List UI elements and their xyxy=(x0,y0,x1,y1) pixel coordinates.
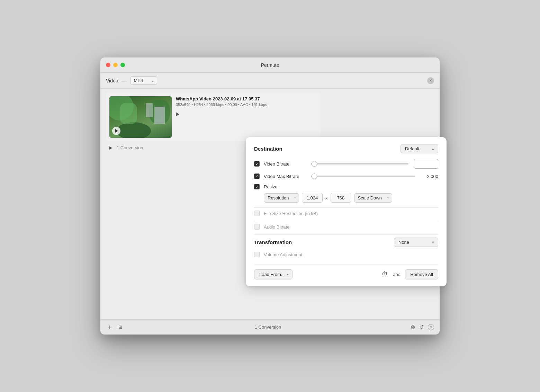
video-max-bitrate-row: ✓ Video Max Bitrate 2,000 xyxy=(254,173,438,179)
resolution-height-input[interactable] xyxy=(331,193,351,203)
stop-button[interactable]: ⊗ xyxy=(411,324,415,330)
add-button[interactable]: + xyxy=(106,323,114,331)
divider-2 xyxy=(254,221,438,221)
transformation-section: Transformation None Rotate 90° Rotate 18… xyxy=(254,238,438,247)
volume-adjustment-checkbox[interactable] xyxy=(254,252,260,257)
resize-controls: Resolution 720p 1080p 4K x Scale Down Sc… xyxy=(254,193,438,203)
checkmark-icon: ✓ xyxy=(255,162,259,166)
video-info: WhatsApp Video 2023-02-09 at 17.05.37 35… xyxy=(176,96,317,118)
video-bitrate-checkbox[interactable]: ✓ xyxy=(254,161,260,167)
video-max-bitrate-slider[interactable] xyxy=(311,176,415,177)
remove-all-label: Remove All xyxy=(410,272,433,277)
toolbar-close-button[interactable]: ✕ xyxy=(427,77,434,84)
bottom-conversion-count: 1 Conversion xyxy=(125,324,411,330)
play-icon-small: ▶ xyxy=(109,145,112,150)
minimize-button[interactable] xyxy=(113,63,118,67)
history-button[interactable]: ↺ xyxy=(419,324,424,330)
transformation-title: Transformation xyxy=(254,239,292,245)
destination-title: Destination xyxy=(254,146,282,152)
none-select-wrapper: None Rotate 90° Rotate 180° Flip Horizon… xyxy=(394,238,438,247)
video-bitrate-input[interactable] xyxy=(414,159,438,169)
conversion-count-label: 1 Conversion xyxy=(255,324,281,330)
close-icon: ✕ xyxy=(429,79,432,82)
video-thumbnail xyxy=(109,96,172,138)
file-size-row: File Size Restriction (in kB) xyxy=(254,211,438,216)
volume-adjustment-row: Volume Adjustment xyxy=(254,252,438,257)
window-title: Permute xyxy=(261,62,279,68)
video-title: WhatsApp Video 2023-02-09 at 17.05.37 xyxy=(176,96,317,101)
close-button[interactable] xyxy=(106,63,110,67)
media-button[interactable]: ⊞ xyxy=(115,323,125,331)
maximize-button[interactable] xyxy=(120,63,125,67)
clock-icon: ⏱ xyxy=(382,271,388,278)
video-max-bitrate-checkbox[interactable]: ✓ xyxy=(254,173,260,179)
video-bitrate-thumb[interactable] xyxy=(312,161,317,167)
video-max-bitrate-value: 2,000 xyxy=(421,174,438,179)
file-size-label: File Size Restriction (in kB) xyxy=(264,211,318,216)
load-from-label: Load From... xyxy=(259,272,285,277)
history-icon: ↺ xyxy=(419,324,424,330)
audio-bitrate-checkbox[interactable] xyxy=(254,224,260,230)
format-select-wrapper: MP4 MOV AVI MKV WebM xyxy=(130,76,157,85)
toolbar-dash: — xyxy=(122,78,127,83)
footer-right: ⏱ abc Remove All xyxy=(382,269,438,279)
destination-select[interactable]: Default Desktop Downloads Custom... xyxy=(400,144,438,153)
resize-checkbox[interactable]: ✓ xyxy=(254,184,260,189)
abc-label[interactable]: abc xyxy=(393,272,400,277)
remove-all-button[interactable]: Remove All xyxy=(405,269,438,279)
volume-adjustment-label: Volume Adjustment xyxy=(264,252,302,257)
stop-icon: ⊗ xyxy=(411,324,415,330)
video-play-button[interactable]: ▶ xyxy=(109,145,112,150)
video-max-bitrate-label: Video Max Bitrate xyxy=(264,174,305,179)
divider-1 xyxy=(254,207,438,208)
play-button[interactable] xyxy=(176,112,179,116)
play-icon xyxy=(176,112,179,116)
main-window: Permute Video — MP4 MOV AVI MKV WebM ✕ xyxy=(100,57,440,335)
dropdown-arrow-icon: ▾ xyxy=(287,273,289,276)
video-meta: 352x640 • H264 • 2033 kbps • 00:03 • AAC… xyxy=(176,103,317,107)
transformation-select[interactable]: None Rotate 90° Rotate 180° Flip Horizon… xyxy=(394,238,438,247)
play-icon xyxy=(115,129,118,133)
resolution-x-label: x xyxy=(325,195,328,201)
format-select[interactable]: MP4 MOV AVI MKV WebM xyxy=(130,76,157,85)
add-icon: + xyxy=(108,324,112,331)
audio-bitrate-label: Audio Bitrate xyxy=(264,224,289,230)
help-button[interactable]: ? xyxy=(428,324,434,330)
toolbar: Video — MP4 MOV AVI MKV WebM ✕ xyxy=(100,73,440,89)
thumbnail-play-button[interactable] xyxy=(112,127,120,135)
resize-section: ✓ Resize Resolution 720p 1080p 4K x xyxy=(254,184,438,203)
clock-button[interactable]: ⏱ xyxy=(382,271,388,278)
scale-down-select[interactable]: Scale Down Scale Up Exact Fit xyxy=(354,193,392,203)
main-content: WhatsApp Video 2023-02-09 at 17.05.37 35… xyxy=(100,89,440,331)
resolution-select-wrapper: Resolution 720p 1080p 4K xyxy=(264,193,299,203)
audio-bitrate-row: Audio Bitrate xyxy=(254,224,438,230)
media-icon: ⊞ xyxy=(118,324,122,330)
video-card: WhatsApp Video 2023-02-09 at 17.05.37 35… xyxy=(106,93,321,141)
resolution-select[interactable]: Resolution 720p 1080p 4K xyxy=(264,193,299,203)
traffic-lights xyxy=(106,63,125,67)
video-max-bitrate-thumb[interactable] xyxy=(312,173,317,179)
bottom-icons: ⊗ ↺ ? xyxy=(411,324,434,330)
scale-down-select-wrapper: Scale Down Scale Up Exact Fit xyxy=(354,193,392,203)
video-bitrate-slider[interactable] xyxy=(311,163,408,164)
resolution-width-input[interactable] xyxy=(302,193,323,203)
destination-header: Destination Default Desktop Downloads Cu… xyxy=(254,144,438,153)
resize-header-row: ✓ Resize xyxy=(254,184,438,189)
checkmark-icon: ✓ xyxy=(255,175,259,178)
resize-label: Resize xyxy=(264,184,305,189)
file-size-checkbox[interactable] xyxy=(254,211,260,216)
destination-select-wrapper: Default Desktop Downloads Custom... xyxy=(400,144,438,153)
video-bitrate-row: ✓ Video Bitrate xyxy=(254,159,438,169)
settings-panel: Destination Default Desktop Downloads Cu… xyxy=(246,137,447,286)
video-bitrate-label: Video Bitrate xyxy=(264,161,305,167)
divider-3 xyxy=(254,234,438,235)
help-icon: ? xyxy=(428,324,434,330)
format-type-label: Video xyxy=(106,78,118,83)
load-from-button[interactable]: Load From... ▾ xyxy=(254,269,292,279)
title-bar: Permute xyxy=(100,57,440,73)
bottom-bar: + ⊞ 1 Conversion ⊗ ↺ ? xyxy=(100,319,440,335)
settings-footer: Load From... ▾ ⏱ abc Remove All xyxy=(254,264,438,279)
conversion-count: 1 Conversion xyxy=(117,145,143,150)
checkmark-icon: ✓ xyxy=(255,185,259,189)
